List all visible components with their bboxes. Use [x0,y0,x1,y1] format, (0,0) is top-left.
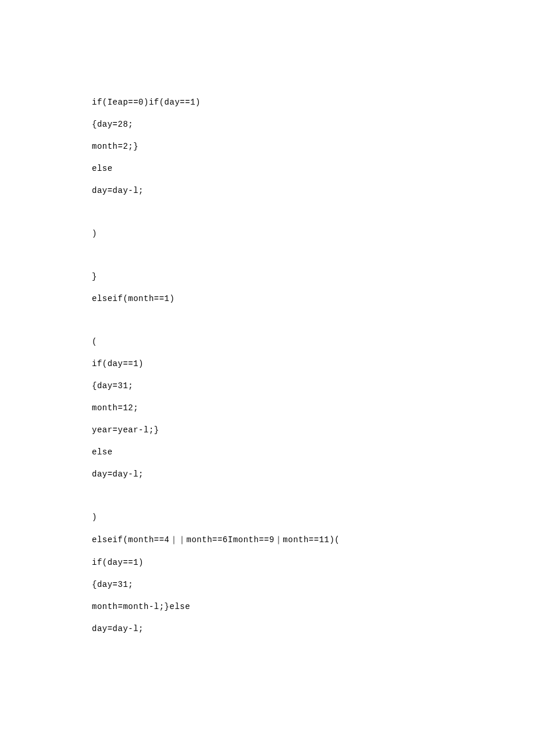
code-line: else [92,164,488,173]
code-line: ) [92,513,488,522]
code-line: elseif(month==1) [92,294,488,303]
code-line: {day=28; [92,120,488,129]
code-line: if(Ieap==0)if(day==1) [92,98,488,107]
code-line: day=day-l; [92,186,488,195]
code-line: ) [92,229,488,238]
blank-line [92,251,488,272]
code-line: } [92,272,488,281]
code-line: day=day-l; [92,624,488,633]
code-line: if(day==1) [92,558,488,567]
code-line: month=2;} [92,142,488,151]
code-line: ( [92,337,488,346]
blank-line [92,316,488,337]
code-page: if(Ieap==0)if(day==1) {day=28; month=2;}… [0,0,535,633]
code-line: year=year-l;} [92,425,488,435]
code-line: day=day-l; [92,470,488,479]
code-line: month=month-l;}else [92,602,488,611]
code-line: {day=31; [92,381,488,390]
code-line: elseif(month==4｜｜month==6Imonth==9｜month… [92,535,488,545]
code-line: {day=31; [92,580,488,589]
code-line: month=12; [92,403,488,413]
blank-line [92,492,488,513]
code-line: else [92,447,488,457]
code-line: if(day==1) [92,359,488,368]
blank-line [92,208,488,229]
